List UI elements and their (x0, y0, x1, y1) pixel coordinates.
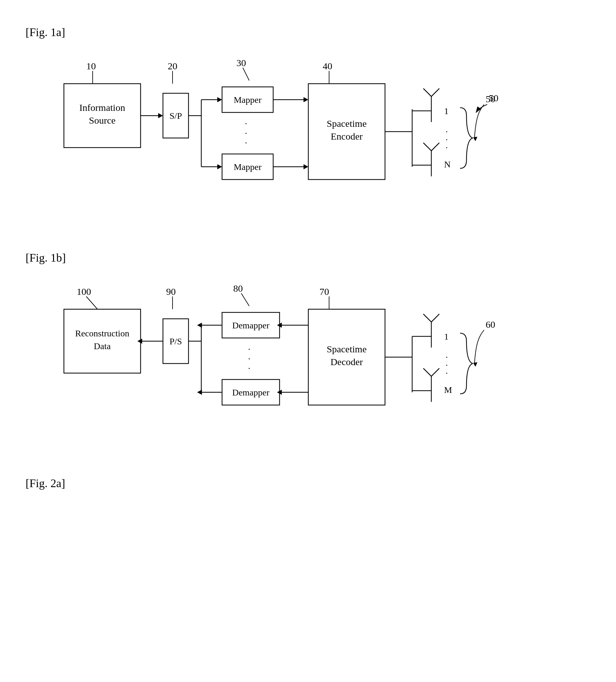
dots-1b-3: · (248, 364, 250, 373)
svg-marker-15 (303, 97, 308, 102)
ref-60-label: 60 (486, 319, 495, 329)
ref-20: 20 (168, 61, 177, 71)
ant-dots-3: · (446, 143, 448, 153)
recon-label1: Reconstruction (75, 328, 130, 338)
antenna-bot-label-1a: N (444, 159, 451, 169)
svg-line-23 (431, 89, 439, 96)
ref-70: 70 (320, 286, 329, 297)
svg-line-33 (241, 293, 249, 306)
spacetime-dec-label2: Decoder (330, 357, 363, 367)
svg-marker-42 (197, 390, 202, 395)
svg-marker-57 (473, 362, 477, 367)
ref-100: 100 (77, 286, 91, 297)
antenna-top-label-1b: 1 (444, 332, 449, 341)
spacetime-dec-label: Spacetime (327, 344, 367, 354)
fig1a-diagram: 10 20 30 40 50 Information Source (45, 52, 588, 218)
ref-90: 90 (166, 286, 176, 297)
recon-label2: Data (94, 341, 111, 351)
ref-10: 10 (86, 61, 96, 71)
svg-line-52 (431, 314, 439, 322)
antenna-top-label-1a: 1 (444, 106, 449, 116)
info-source-label2: Source (89, 115, 115, 126)
svg-marker-28 (473, 137, 477, 141)
ref-30: 30 (236, 58, 246, 68)
demapper-top-label: Demapper (232, 320, 270, 330)
svg-line-2 (243, 68, 249, 81)
ref-50-label: 50 (486, 94, 495, 104)
ant-dots-1b-3: · (446, 368, 448, 378)
svg-line-27 (431, 143, 439, 151)
svg-marker-11 (217, 97, 222, 102)
demapper-bot-label: Demapper (232, 387, 270, 397)
info-source-label: Information (79, 102, 125, 113)
svg-marker-7 (158, 113, 163, 118)
svg-line-26 (423, 143, 431, 151)
mapper-top-label: Mapper (233, 95, 262, 105)
svg-marker-13 (217, 164, 222, 169)
svg-marker-17 (303, 164, 308, 169)
mapper-bot-label: Mapper (233, 162, 262, 172)
dots-1b-1: · (248, 344, 250, 354)
fig1b-label: [Fig. 1b] (26, 251, 590, 265)
spacetime-enc-label: Spacetime (327, 118, 367, 129)
sp-label: S/P (170, 111, 182, 121)
antenna-bot-label-1b: M (444, 385, 452, 395)
svg-marker-40 (197, 323, 202, 328)
svg-line-51 (423, 314, 431, 322)
ref-80: 80 (233, 283, 243, 294)
dots-1c: · (245, 138, 247, 148)
fig1a-label: [Fig. 1a] (26, 26, 590, 39)
svg-line-22 (423, 89, 431, 96)
dots-1b-2: · (248, 354, 250, 364)
spacetime-enc-label2: Encoder (331, 131, 363, 141)
ps-label: P/S (170, 336, 182, 346)
dots-1a: · (245, 119, 247, 129)
fig1b-diagram: 100 90 80 70 Reconstruction Data P/S Dem… (45, 277, 588, 444)
svg-line-55 (423, 368, 431, 376)
dots-1b: · (245, 129, 247, 138)
ref-40: 40 (323, 61, 332, 71)
fig2a-label: [Fig. 2a] (26, 477, 590, 490)
svg-line-31 (86, 296, 97, 309)
svg-line-56 (431, 368, 439, 376)
